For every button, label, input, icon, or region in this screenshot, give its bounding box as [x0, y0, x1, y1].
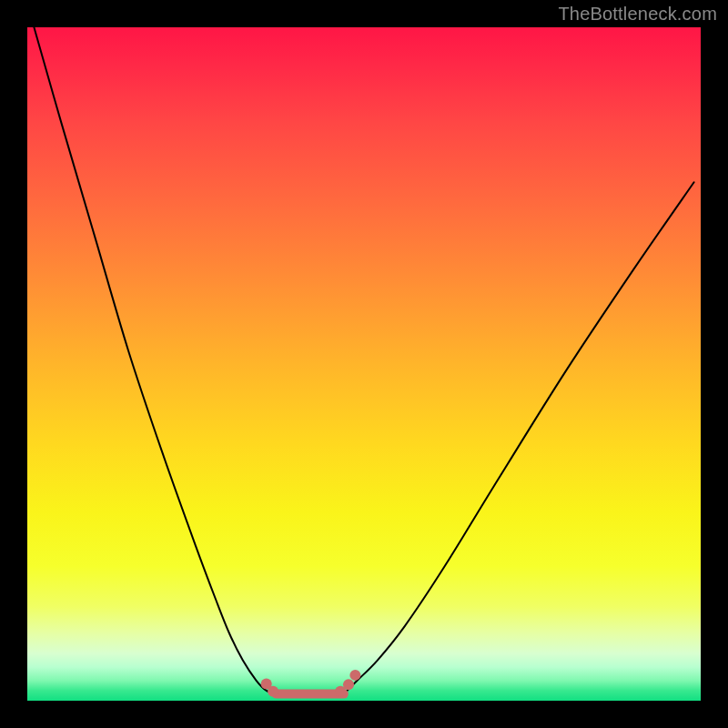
series-right-curve — [344, 182, 694, 693]
chart-series-group — [34, 27, 693, 697]
marker-4 — [349, 670, 360, 681]
plot-area — [27, 27, 701, 701]
marker-1 — [268, 686, 278, 697]
marker-3 — [343, 679, 354, 690]
chart-stage: TheBottleneck.com — [0, 0, 728, 728]
series-left-curve — [34, 27, 276, 694]
watermark-text: TheBottleneck.com — [558, 4, 717, 25]
chart-svg — [27, 27, 701, 701]
